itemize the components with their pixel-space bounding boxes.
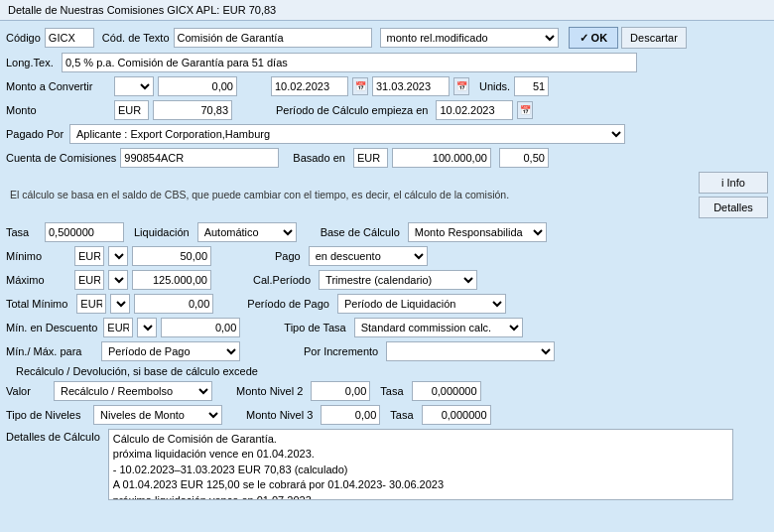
window-title: Detalle de Nuestras Comisiones GICX APL:… xyxy=(8,4,276,16)
tasa-value[interactable] xyxy=(45,222,124,242)
total-minimo-value[interactable] xyxy=(134,294,213,314)
periodo-date[interactable] xyxy=(436,100,513,120)
calendar-icon-2[interactable]: 📅 xyxy=(453,77,469,95)
calendar-icon-3[interactable]: 📅 xyxy=(517,101,533,119)
row-pagado-por: Pagado Por Aplicante : Export Corporatio… xyxy=(6,124,768,144)
min-max-para-dropdown[interactable]: Período de Pago xyxy=(101,341,240,361)
tipo-tasa-label: Tipo de Tasa xyxy=(284,322,345,333)
cod-texto-label: Cód. de Texto xyxy=(102,32,170,44)
base-calculo-label: Base de Cálculo xyxy=(321,226,400,238)
unids-label: Unids. xyxy=(479,80,510,92)
row-cuenta: Cuenta de Comisiones Basado en xyxy=(6,148,768,168)
monto-nivel3-tasa-label: Tasa xyxy=(390,409,413,421)
longtex-label: Long.Tex. xyxy=(6,57,58,68)
minimo-label: Mínimo xyxy=(6,250,65,262)
tipo-niveles-label: Tipo de Niveles xyxy=(6,409,85,421)
info-message-text: El cálculo se basa en el saldo de CBS, q… xyxy=(6,188,693,202)
min-descuento-value[interactable] xyxy=(161,318,240,337)
row-detalles-calculo: Detalles de Cálculo xyxy=(6,429,768,500)
pagado-por-dropdown[interactable]: Aplicante : Export Corporation,Hamburg xyxy=(69,124,625,144)
monto-value[interactable] xyxy=(153,100,232,120)
pago-label: Pago xyxy=(275,250,301,262)
minimo-value[interactable] xyxy=(132,246,211,266)
monto-nivel2-value[interactable] xyxy=(311,381,370,401)
min-descuento-currency[interactable] xyxy=(103,318,133,337)
title-bar: Detalle de Nuestras Comisiones GICX APL:… xyxy=(0,0,774,21)
basado-label: Basado en xyxy=(293,152,345,164)
basado-currency[interactable] xyxy=(353,148,388,168)
maximo-currency-select[interactable] xyxy=(108,270,128,290)
recalculo-title: Recálculo / Devolución, si base de cálcu… xyxy=(16,365,258,377)
cuenta-value[interactable] xyxy=(120,148,279,168)
row-minimo: Mínimo Pago en descuento xyxy=(6,246,768,266)
row-total-minimo: Total Mínimo Período de Pago Período de … xyxy=(6,294,768,314)
right-buttons: ✓ OK Descartar xyxy=(569,27,687,49)
tipo-niveles-dropdown[interactable]: Niveles de Monto xyxy=(93,405,222,425)
codigo-input[interactable] xyxy=(45,28,94,48)
monto-nivel2-label: Monto Nivel 2 xyxy=(236,385,303,397)
periodo-pago-label: Período de Pago xyxy=(247,298,329,310)
row-recalculo-title: Recálculo / Devolución, si base de cálcu… xyxy=(6,365,768,377)
info-button[interactable]: i Info xyxy=(699,172,768,194)
pagado-por-label: Pagado Por xyxy=(6,128,65,140)
monto-nivel2-tasa-value[interactable] xyxy=(412,381,481,401)
longtex-input[interactable] xyxy=(62,53,637,72)
codigo-label: Código xyxy=(6,32,41,44)
monto-nivel3-tasa-value[interactable] xyxy=(422,405,491,425)
valor-label: Valor xyxy=(6,385,46,397)
monto-currency[interactable] xyxy=(114,100,149,120)
monto-convertir-date1[interactable] xyxy=(271,76,348,96)
row-tasa: Tasa Liquidación Automático Base de Cálc… xyxy=(6,222,768,242)
por-incremento-dropdown[interactable] xyxy=(386,341,555,361)
row-codigo: Código Cód. de Texto monto rel.modificad… xyxy=(6,27,768,49)
monto-rel-dropdown[interactable]: monto rel.modificado xyxy=(380,28,559,48)
row-info-message: El cálculo se basa en el saldo de CBS, q… xyxy=(6,172,768,218)
monto-convertir-value[interactable] xyxy=(158,76,237,96)
maximo-value[interactable] xyxy=(132,270,211,290)
calendar-icon-1[interactable]: 📅 xyxy=(352,77,368,95)
minimo-currency[interactable] xyxy=(74,246,104,266)
monto-convertir-currency-select[interactable] xyxy=(114,76,154,96)
detalles-calculo-textarea[interactable] xyxy=(108,429,733,500)
monto-label: Monto xyxy=(6,104,110,116)
monto-nivel3-label: Monto Nivel 3 xyxy=(246,409,313,421)
basado-rate[interactable] xyxy=(499,148,549,168)
por-incremento-label: Por Incremento xyxy=(304,345,378,357)
cod-texto-input[interactable] xyxy=(174,28,372,48)
total-minimo-currency-select[interactable] xyxy=(110,294,130,314)
periodo-pago-dropdown[interactable]: Período de Liquidación xyxy=(337,294,506,314)
cal-periodo-dropdown[interactable]: Trimestre (calendario) xyxy=(319,270,477,290)
valor-dropdown[interactable]: Recálculo / Reembolso xyxy=(54,381,212,401)
descartar-button[interactable]: Descartar xyxy=(621,27,687,49)
row-longtex: Long.Tex. xyxy=(6,53,768,72)
detalles-calculo-label: Detalles de Cálculo xyxy=(6,429,100,443)
total-minimo-label: Total Mínimo xyxy=(6,298,67,310)
row-min-descuento: Mín. en Descuento Tipo de Tasa Standard … xyxy=(6,318,768,337)
monto-nivel2-tasa-label: Tasa xyxy=(380,385,403,397)
liquidacion-dropdown[interactable]: Automático xyxy=(197,222,297,242)
pago-dropdown[interactable]: en descuento xyxy=(309,246,428,266)
cal-periodo-label: Cal.Período xyxy=(253,274,311,286)
basado-amount[interactable] xyxy=(392,148,491,168)
tipo-tasa-dropdown[interactable]: Standard commission calc. xyxy=(354,318,523,337)
detalles-header-button[interactable]: Detalles xyxy=(699,197,768,218)
min-descuento-label: Mín. en Descuento xyxy=(6,322,97,333)
ok-button[interactable]: ✓ OK xyxy=(569,27,619,49)
min-max-para-label: Mín./ Máx. para xyxy=(6,345,95,357)
monto-convertir-date2[interactable] xyxy=(372,76,450,96)
base-calculo-dropdown[interactable]: Monto Responsabilida xyxy=(408,222,547,242)
maximo-currency[interactable] xyxy=(74,270,104,290)
monto-nivel3-value[interactable] xyxy=(321,405,380,425)
monto-convertir-label: Monto a Convertir xyxy=(6,80,110,92)
unids-value[interactable] xyxy=(514,76,549,96)
row-valor: Valor Recálculo / Reembolso Monto Nivel … xyxy=(6,381,768,401)
tasa-label: Tasa xyxy=(6,226,41,238)
minimo-currency-select[interactable] xyxy=(108,246,128,266)
row-maximo: Máximo Cal.Período Trimestre (calendario… xyxy=(6,270,768,290)
min-descuento-currency-select[interactable] xyxy=(137,318,157,337)
row-monto-convertir: Monto a Convertir 📅 📅 Unids. xyxy=(6,76,768,96)
row-min-max-para: Mín./ Máx. para Período de Pago Por Incr… xyxy=(6,341,768,361)
periodo-label: Período de Cálculo empieza en xyxy=(276,104,428,116)
main-container: Código Cód. de Texto monto rel.modificad… xyxy=(0,21,774,506)
total-minimo-currency[interactable] xyxy=(76,294,106,314)
